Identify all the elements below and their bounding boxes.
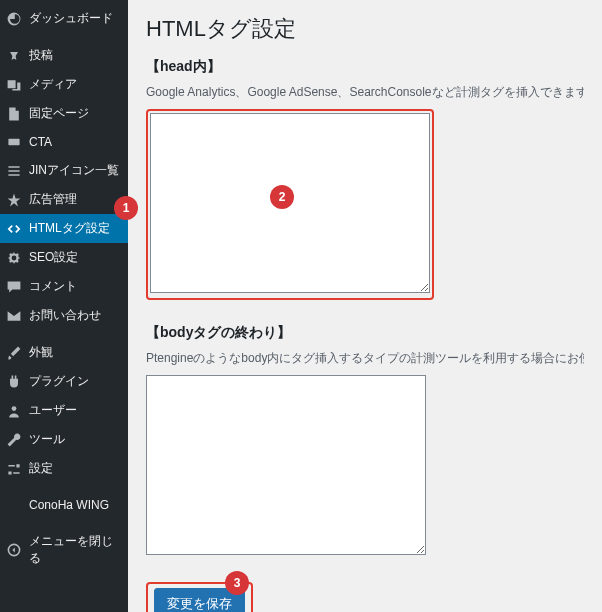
user-icon [6,403,22,419]
sidebar-item-collapse[interactable]: メニューを閉じる [0,527,128,573]
sidebar-item-settings[interactable]: 設定 [0,454,128,483]
sidebar-item-jin-icons[interactable]: JINアイコン一覧 [0,156,128,185]
plug-icon [6,374,22,390]
sidebar-item-label: コメント [29,278,77,295]
head-heading: 【head内】 [146,58,584,76]
page-title: HTMLタグ設定 [146,14,584,44]
app-root: ダッシュボード 投稿 メディア 固定ページ CTA JINアイコン一覧 広告管理 [0,0,602,612]
blank-icon [6,497,22,513]
sidebar-item-label: 広告管理 [29,191,77,208]
gear-icon [6,250,22,266]
sidebar-item-html-tags[interactable]: HTMLタグ設定 [0,214,128,243]
save-button-highlight: 変更を保存 [146,582,253,612]
sidebar-item-label: メニューを閉じる [29,533,120,567]
head-description: Google Analytics、Google AdSense、SearchCo… [146,84,584,101]
sidebar-item-seo[interactable]: SEO設定 [0,243,128,272]
sidebar-item-cta[interactable]: CTA [0,128,128,156]
sidebar-item-label: CTA [29,135,52,149]
sidebar-item-tools[interactable]: ツール [0,425,128,454]
head-textarea-highlight [146,109,434,300]
body-heading: 【bodyタグの終わり】 [146,324,584,342]
svg-point-1 [12,406,17,411]
code-icon [6,221,22,237]
sidebar-item-label: HTMLタグ設定 [29,220,110,237]
sidebar-item-dashboard[interactable]: ダッシュボード [0,4,128,33]
star-icon [6,192,22,208]
sidebar-item-pages[interactable]: 固定ページ [0,99,128,128]
sidebar-item-label: SEO設定 [29,249,78,266]
mail-icon [6,308,22,324]
sidebar-item-label: お問い合わせ [29,307,101,324]
sidebar-item-label: プラグイン [29,373,89,390]
sidebar-item-users[interactable]: ユーザー [0,396,128,425]
sidebar-item-label: メディア [29,76,77,93]
wrench-icon [6,432,22,448]
media-icon [6,77,22,93]
sidebar-item-label: JINアイコン一覧 [29,162,119,179]
sliders-icon [6,461,22,477]
sidebar-item-label: 投稿 [29,47,53,64]
pin-icon [6,48,22,64]
save-button[interactable]: 変更を保存 [154,588,245,612]
main-content: HTMLタグ設定 【head内】 Google Analytics、Google… [128,0,602,612]
sidebar-item-ads[interactable]: 広告管理 [0,185,128,214]
sidebar-item-plugins[interactable]: プラグイン [0,367,128,396]
cta-icon [6,134,22,150]
head-textarea[interactable] [150,113,430,293]
sidebar-item-posts[interactable]: 投稿 [0,41,128,70]
sidebar-item-appearance[interactable]: 外観 [0,338,128,367]
body-description: Ptengineのようなbody内にタグ挿入するタイプの計測ツールを利用する場合… [146,350,584,367]
page-icon [6,106,22,122]
sidebar-item-label: 外観 [29,344,53,361]
body-section: 【bodyタグの終わり】 Ptengineのようなbody内にタグ挿入するタイプ… [146,324,584,558]
sidebar-item-label: ツール [29,431,65,448]
body-textarea[interactable] [146,375,426,555]
sidebar-item-label: ConoHa WING [29,498,109,512]
sidebar-item-label: ダッシュボード [29,10,113,27]
comment-icon [6,279,22,295]
collapse-icon [6,542,22,558]
admin-sidebar: ダッシュボード 投稿 メディア 固定ページ CTA JINアイコン一覧 広告管理 [0,0,128,612]
sidebar-item-media[interactable]: メディア [0,70,128,99]
sidebar-item-label: ユーザー [29,402,77,419]
sidebar-item-label: 固定ページ [29,105,89,122]
sidebar-item-label: 設定 [29,460,53,477]
list-icon [6,163,22,179]
dashboard-icon [6,11,22,27]
head-section: 【head内】 Google Analytics、Google AdSense、… [146,58,584,300]
sidebar-item-contact[interactable]: お問い合わせ [0,301,128,330]
sidebar-item-conoha[interactable]: ConoHa WING [0,491,128,519]
sidebar-item-comments[interactable]: コメント [0,272,128,301]
svg-rect-0 [8,139,19,145]
brush-icon [6,345,22,361]
